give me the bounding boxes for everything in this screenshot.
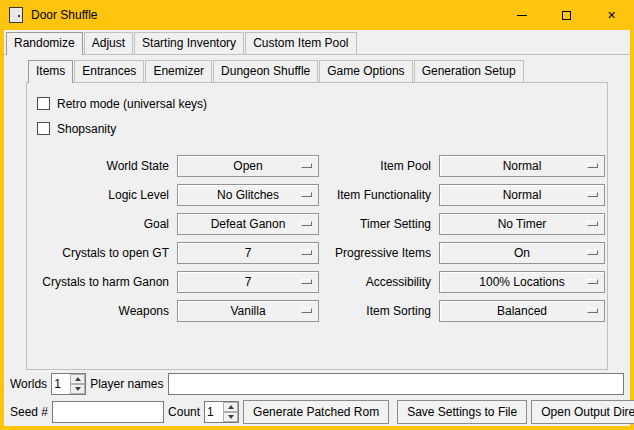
timer-setting-label: Timer Setting: [327, 217, 431, 231]
dropdown-value: Vanilla: [230, 304, 265, 318]
player-names-input[interactable]: [168, 373, 625, 395]
spin-up-icon: [75, 377, 81, 381]
close-button[interactable]: ✕: [589, 0, 634, 30]
spin-up-button[interactable]: [223, 402, 238, 412]
seed-input[interactable]: [52, 401, 164, 423]
generate-patched-rom-button[interactable]: Generate Patched Rom: [243, 400, 389, 424]
menu-indicator-icon: [587, 163, 598, 168]
world-state-label: World State: [29, 159, 169, 173]
spin-arrows: [223, 402, 238, 422]
item-functionality-dropdown[interactable]: Normal: [439, 184, 605, 206]
item-pool-label: Item Pool: [327, 159, 431, 173]
tab-adjust[interactable]: Adjust: [84, 32, 133, 54]
menu-indicator-icon: [301, 279, 312, 284]
seed-row: Seed # Count Generate Patched Rom Save S…: [10, 399, 624, 425]
outer-tab-bar: Randomize Adjust Starting Inventory Cust…: [4, 32, 630, 54]
dropdown-value: Normal: [503, 188, 542, 202]
dropdown-value: 100% Locations: [479, 275, 564, 289]
tab-randomize[interactable]: Randomize: [6, 32, 83, 55]
door-icon[interactable]: [9, 7, 23, 23]
weapons-dropdown[interactable]: Vanilla: [177, 300, 319, 322]
close-icon: ✕: [607, 10, 616, 21]
weapons-label: Weapons: [29, 304, 169, 318]
dropdown-value: No Glitches: [217, 188, 279, 202]
bottom-bar: Worlds Player names Seed # Count: [4, 370, 630, 430]
window-controls: ✕: [499, 0, 634, 30]
world-state-dropdown[interactable]: Open: [177, 155, 319, 177]
menu-indicator-icon: [587, 221, 598, 226]
menu-indicator-icon: [587, 250, 598, 255]
tab-custom-item-pool[interactable]: Custom Item Pool: [245, 32, 356, 54]
menu-indicator-icon: [301, 192, 312, 197]
open-output-directory-button[interactable]: Open Output Directory: [531, 400, 634, 424]
dropdown-value: Balanced: [497, 304, 547, 318]
menu-indicator-icon: [301, 163, 312, 168]
items-pane: Retro mode (universal keys) Shopsanity W…: [26, 82, 608, 370]
count-stepper: [204, 401, 239, 423]
dropdown-value: On: [514, 246, 530, 260]
crystals-gt-dropdown[interactable]: 7: [177, 242, 319, 264]
dropdown-value: 7: [245, 275, 252, 289]
spin-up-button[interactable]: [70, 374, 85, 384]
spin-down-button[interactable]: [70, 384, 85, 394]
item-pool-dropdown[interactable]: Normal: [439, 155, 605, 177]
tab-generation-setup[interactable]: Generation Setup: [414, 60, 524, 82]
logic-level-dropdown[interactable]: No Glitches: [177, 184, 319, 206]
window-title: Door Shuffle: [31, 8, 98, 22]
menu-indicator-icon: [587, 308, 598, 313]
field-grid: World State Open Item Pool Normal Logic …: [29, 155, 605, 322]
menu-indicator-icon: [301, 308, 312, 313]
worlds-stepper: [51, 373, 86, 395]
seed-label: Seed #: [10, 405, 48, 419]
worlds-label: Worlds: [10, 377, 47, 391]
tab-items[interactable]: Items: [28, 60, 73, 83]
app-window: Door Shuffle ✕ Randomize Adjust Starting…: [0, 0, 634, 430]
goal-dropdown[interactable]: Defeat Ganon: [177, 213, 319, 235]
spin-up-icon: [228, 405, 234, 409]
checkbox-label: Shopsanity: [57, 122, 116, 136]
worlds-input[interactable]: [52, 374, 70, 394]
minimize-icon: [517, 15, 527, 16]
crystals-gt-label: Crystals to open GT: [29, 246, 169, 260]
tab-game-options[interactable]: Game Options: [319, 60, 412, 82]
checkbox-icon: [37, 122, 50, 135]
item-functionality-label: Item Functionality: [327, 188, 431, 202]
tab-starting-inventory[interactable]: Starting Inventory: [134, 32, 244, 54]
spin-down-icon: [228, 415, 234, 419]
crystals-ganon-dropdown[interactable]: 7: [177, 271, 319, 293]
crystals-ganon-label: Crystals to harm Ganon: [29, 275, 169, 289]
progressive-items-dropdown[interactable]: On: [439, 242, 605, 264]
client-area: Randomize Adjust Starting Inventory Cust…: [4, 30, 630, 426]
maximize-button[interactable]: [544, 0, 589, 30]
spin-down-icon: [75, 387, 81, 391]
minimize-button[interactable]: [499, 0, 544, 30]
menu-indicator-icon: [587, 279, 598, 284]
randomize-pane: Items Entrances Enemizer Dungeon Shuffle…: [4, 54, 630, 370]
checkbox-icon: [37, 97, 50, 110]
retro-mode-checkbox[interactable]: Retro mode (universal keys): [37, 91, 605, 116]
timer-setting-dropdown[interactable]: No Timer: [439, 213, 605, 235]
menu-indicator-icon: [587, 192, 598, 197]
accessibility-label: Accessibility: [327, 275, 431, 289]
dropdown-value: 7: [245, 246, 252, 260]
item-sorting-dropdown[interactable]: Balanced: [439, 300, 605, 322]
count-label: Count: [168, 405, 200, 419]
accessibility-dropdown[interactable]: 100% Locations: [439, 271, 605, 293]
menu-indicator-icon: [301, 250, 312, 255]
maximize-icon: [562, 11, 571, 20]
shopsanity-checkbox[interactable]: Shopsanity: [37, 116, 605, 141]
dropdown-value: Open: [233, 159, 262, 173]
dropdown-value: Normal: [503, 159, 542, 173]
tab-enemizer[interactable]: Enemizer: [145, 60, 212, 82]
dropdown-value: No Timer: [498, 217, 547, 231]
tab-dungeon-shuffle[interactable]: Dungeon Shuffle: [213, 60, 318, 82]
count-input[interactable]: [205, 402, 223, 422]
progressive-items-label: Progressive Items: [327, 246, 431, 260]
save-settings-button[interactable]: Save Settings to File: [397, 400, 527, 424]
player-names-label: Player names: [90, 377, 163, 391]
spin-down-button[interactable]: [223, 412, 238, 422]
worlds-row: Worlds Player names: [10, 372, 624, 396]
title-bar: Door Shuffle ✕: [0, 0, 634, 30]
goal-label: Goal: [29, 217, 169, 231]
tab-entrances[interactable]: Entrances: [74, 60, 144, 82]
